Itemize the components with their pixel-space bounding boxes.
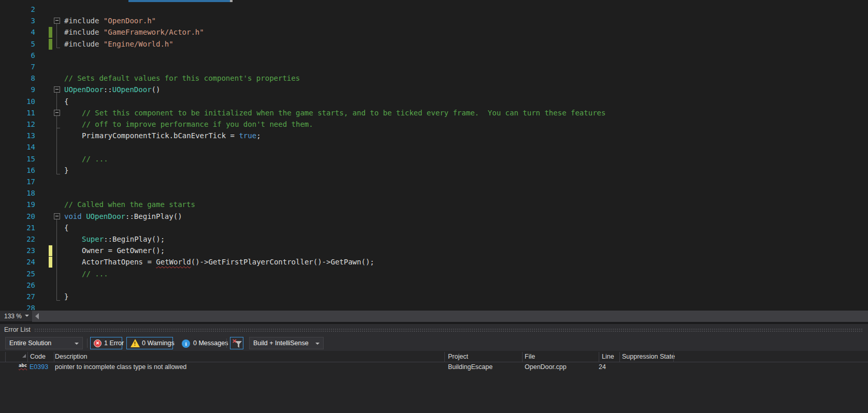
error-list-title-bar[interactable]: Error List [0, 324, 868, 335]
column-separator[interactable] [5, 352, 6, 362]
code-line[interactable]: 16} [0, 165, 868, 176]
code-line[interactable]: 21{ [0, 222, 868, 233]
code-line[interactable]: 4#include "GameFramework/Actor.h" [0, 26, 868, 38]
line-number: 23 [0, 245, 35, 256]
code-line[interactable]: 19// Called when the game starts [0, 199, 868, 210]
error-table-header[interactable]: CodeDescriptionProjectFileLineSuppressio… [0, 352, 868, 362]
fold-collapse-icon[interactable] [54, 110, 60, 116]
code-text: void UOpenDoor::BeginPlay() [64, 211, 182, 222]
horizontal-scrollbar[interactable] [32, 311, 868, 322]
line-number: 8 [0, 72, 35, 84]
code-line[interactable]: 14 [0, 141, 868, 153]
error-list-toolbar: Entire Solution 1 Error 0 Warnings 0 Mes… [0, 335, 868, 351]
line-number: 17 [0, 176, 35, 187]
change-bar-unsaved [49, 245, 52, 256]
code-line[interactable]: 25// ... [0, 268, 868, 279]
column-separator[interactable] [522, 352, 523, 362]
code-line[interactable]: 13PrimaryComponentTick.bCanEverTick = tr… [0, 130, 868, 141]
error-table-row[interactable]: abc E0393 pointer to incomplete class ty… [0, 362, 868, 373]
code-token: // Called when the game starts [64, 200, 195, 209]
column-header-description[interactable]: Description [55, 353, 88, 360]
code-token: Super [82, 235, 104, 243]
fold-collapse-icon[interactable] [54, 86, 60, 93]
code-token: #include [64, 28, 104, 36]
line-number: 24 [0, 256, 35, 268]
error-file: OpenDoor.cpp [525, 363, 567, 371]
code-token: // ... [82, 270, 108, 278]
source-dropdown[interactable]: Build + IntelliSense [249, 337, 324, 349]
active-tab-indicator [128, 0, 230, 2]
code-line[interactable]: 20void UOpenDoor::BeginPlay() [0, 211, 868, 222]
code-token: } [64, 292, 68, 301]
code-line[interactable]: 26 [0, 279, 868, 291]
code-line[interactable]: 2 [0, 4, 868, 15]
code-editor[interactable]: 23#include "OpenDoor.h"4#include "GameFr… [0, 0, 868, 310]
editor-zoom-dropdown[interactable]: 133 % [0, 311, 32, 322]
scope-dropdown[interactable]: Entire Solution [5, 337, 83, 349]
code-line[interactable]: 17 [0, 176, 868, 187]
code-line[interactable]: 22Super::BeginPlay(); [0, 233, 868, 245]
error-project: BuildingEscape [448, 363, 493, 371]
code-text: #include "GameFramework/Actor.h" [64, 26, 204, 38]
column-header-line[interactable]: Line [602, 353, 614, 360]
code-line[interactable]: 5#include "Engine/World.h" [0, 38, 868, 50]
warnings-filter-button[interactable]: 0 Warnings [126, 337, 173, 349]
line-number: 10 [0, 96, 35, 107]
messages-count-label: 0 Messages [193, 340, 228, 347]
column-separator[interactable] [619, 352, 620, 362]
column-header-suppression[interactable]: Suppression State [622, 353, 675, 360]
code-token: // off to improve performance if you don… [82, 120, 313, 128]
scope-dropdown-value: Entire Solution [9, 340, 51, 347]
info-icon [182, 340, 190, 348]
messages-filter-button[interactable]: 0 Messages [178, 337, 224, 349]
column-separator[interactable] [27, 352, 28, 362]
line-number: 14 [0, 141, 35, 153]
fold-collapse-icon[interactable] [54, 213, 60, 219]
error-list-panel: Error List Entire Solution 1 Error 0 War… [0, 324, 868, 413]
code-text: // Sets default values for this componen… [64, 72, 300, 84]
code-line[interactable]: 7 [0, 61, 868, 72]
code-line[interactable]: 9UOpenDoor::UOpenDoor() [0, 84, 868, 95]
line-number: 2 [0, 4, 35, 15]
code-token: #include [64, 40, 104, 48]
outline-guide-end [56, 174, 60, 174]
code-token: "GameFramework/Actor.h" [104, 28, 204, 36]
fold-collapse-icon[interactable] [54, 18, 60, 24]
error-description: pointer to incomplete class type is not … [55, 363, 186, 371]
code-token: UOpenDoor [112, 85, 152, 94]
column-header-code[interactable]: Code [30, 353, 46, 360]
chevron-down-icon [75, 343, 79, 345]
code-line[interactable]: 10{ [0, 96, 868, 107]
toolbar-separator [226, 338, 227, 348]
line-number: 22 [0, 233, 35, 245]
column-header-project[interactable]: Project [448, 353, 468, 360]
column-separator[interactable] [599, 352, 599, 362]
line-number: 20 [0, 211, 35, 222]
code-token: ()->GetFirstPlayerController()->GetPawn(… [191, 258, 374, 266]
code-line[interactable]: 18 [0, 187, 868, 199]
scroll-left-arrow-icon[interactable] [35, 313, 39, 319]
code-line[interactable]: 8// Sets default values for this compone… [0, 72, 868, 84]
line-number: 4 [0, 26, 35, 38]
errors-filter-button[interactable]: 1 Error [90, 337, 122, 349]
code-token: void [64, 212, 86, 220]
code-line[interactable]: 24ActorThatOpens = GetWorld()->GetFirstP… [0, 256, 868, 268]
clear-filters-button[interactable]: ✕ [230, 337, 243, 349]
warnings-count-label: 0 Warnings [142, 340, 175, 347]
column-separator[interactable] [444, 352, 445, 362]
code-text: PrimaryComponentTick.bCanEverTick = true… [82, 130, 261, 141]
code-text: // ... [82, 153, 108, 165]
column-header-file[interactable]: File [525, 353, 535, 360]
column-separator[interactable] [54, 352, 54, 362]
code-line[interactable]: 12// off to improve performance if you d… [0, 119, 868, 130]
column-separator[interactable] [673, 352, 674, 362]
code-line[interactable]: 27} [0, 291, 868, 302]
code-text: // Set this component to be initialized … [82, 107, 605, 119]
code-line[interactable]: 28 [0, 302, 868, 310]
code-line[interactable]: 15// ... [0, 153, 868, 165]
code-line[interactable]: 6 [0, 50, 868, 61]
error-code-link[interactable]: E0393 [30, 363, 48, 371]
code-line[interactable]: 11// Set this component to be initialize… [0, 107, 868, 119]
code-line[interactable]: 3#include "OpenDoor.h" [0, 15, 868, 26]
code-line[interactable]: 23Owner = GetOwner(); [0, 245, 868, 256]
